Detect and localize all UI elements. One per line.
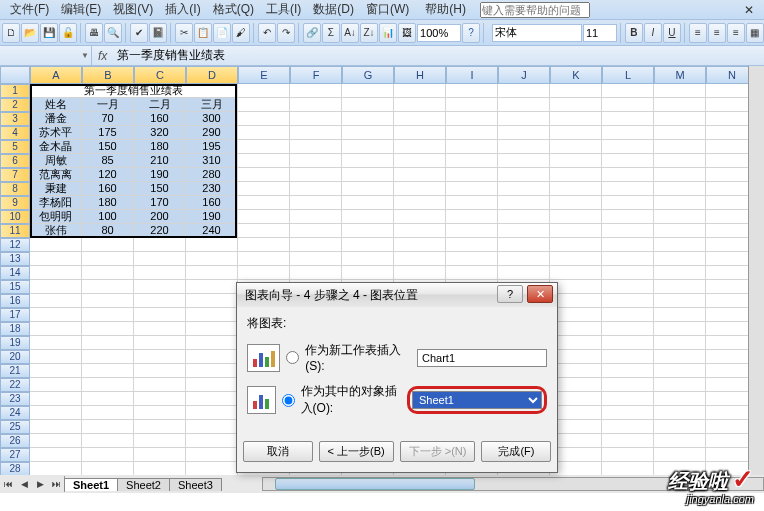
cell[interactable] <box>82 448 134 462</box>
cell[interactable] <box>550 224 602 238</box>
cell[interactable]: 150 <box>134 182 186 196</box>
input-new-sheet-name[interactable] <box>417 349 547 367</box>
cell[interactable] <box>134 364 186 378</box>
cell[interactable] <box>550 140 602 154</box>
cell[interactable] <box>602 140 654 154</box>
cell[interactable] <box>186 434 238 448</box>
row-header[interactable]: 12 <box>0 238 30 252</box>
cell[interactable] <box>602 336 654 350</box>
cell[interactable] <box>238 112 290 126</box>
copy-icon[interactable]: 📋 <box>194 23 212 43</box>
tab-next-icon[interactable]: ▶ <box>32 476 48 492</box>
cell[interactable] <box>498 98 550 112</box>
cell[interactable] <box>238 98 290 112</box>
cell[interactable] <box>342 112 394 126</box>
cell[interactable] <box>654 420 706 434</box>
bold-icon[interactable]: B <box>625 23 643 43</box>
cell[interactable] <box>498 266 550 280</box>
underline-icon[interactable]: U <box>663 23 681 43</box>
cell[interactable] <box>654 238 706 252</box>
cell[interactable] <box>186 336 238 350</box>
cell[interactable] <box>238 182 290 196</box>
spell-icon[interactable]: ✔ <box>130 23 148 43</box>
cell[interactable] <box>602 84 654 98</box>
cell[interactable] <box>290 140 342 154</box>
row-header[interactable]: 8 <box>0 182 30 196</box>
cell[interactable] <box>394 98 446 112</box>
cell[interactable] <box>30 252 82 266</box>
cell[interactable]: 190 <box>186 210 238 224</box>
cell[interactable]: 150 <box>82 140 134 154</box>
cell[interactable] <box>82 406 134 420</box>
research-icon[interactable]: 📓 <box>149 23 167 43</box>
cell[interactable]: 80 <box>82 224 134 238</box>
cell[interactable]: 310 <box>186 154 238 168</box>
row-header[interactable]: 5 <box>0 140 30 154</box>
cell[interactable] <box>186 364 238 378</box>
menu-view[interactable]: 视图(V) <box>107 0 159 20</box>
cell[interactable] <box>654 210 706 224</box>
menu-edit[interactable]: 编辑(E) <box>55 0 107 20</box>
cell[interactable] <box>238 84 290 98</box>
cell[interactable] <box>134 462 186 476</box>
cell[interactable]: 120 <box>82 168 134 182</box>
cell[interactable] <box>550 196 602 210</box>
cell[interactable]: 100 <box>82 210 134 224</box>
cell[interactable]: 160 <box>134 112 186 126</box>
sum-icon[interactable]: Σ <box>322 23 340 43</box>
cell[interactable] <box>342 168 394 182</box>
cell[interactable] <box>498 210 550 224</box>
cell[interactable]: 三月 <box>186 98 238 112</box>
radio-new-sheet[interactable] <box>286 351 299 364</box>
cell[interactable]: 280 <box>186 168 238 182</box>
cell[interactable] <box>290 266 342 280</box>
cell[interactable] <box>186 294 238 308</box>
cell[interactable]: 70 <box>82 112 134 126</box>
cell[interactable] <box>238 126 290 140</box>
cell[interactable] <box>290 84 342 98</box>
cell[interactable] <box>602 434 654 448</box>
tab-last-icon[interactable]: ⏭ <box>48 476 64 492</box>
cell[interactable] <box>602 126 654 140</box>
cell[interactable]: 180 <box>82 196 134 210</box>
print-icon[interactable]: 🖶 <box>85 23 103 43</box>
row-header[interactable]: 18 <box>0 322 30 336</box>
cell[interactable] <box>654 294 706 308</box>
cell[interactable] <box>82 462 134 476</box>
cell[interactable] <box>82 238 134 252</box>
cell[interactable] <box>446 154 498 168</box>
col-header[interactable]: E <box>238 66 290 84</box>
undo-icon[interactable]: ↶ <box>258 23 276 43</box>
cell[interactable] <box>498 154 550 168</box>
cell[interactable] <box>654 126 706 140</box>
cell[interactable] <box>498 168 550 182</box>
cell[interactable] <box>498 140 550 154</box>
cell[interactable] <box>602 406 654 420</box>
row-header[interactable]: 6 <box>0 154 30 168</box>
row-header[interactable]: 11 <box>0 224 30 238</box>
cell[interactable] <box>134 280 186 294</box>
cell[interactable] <box>602 266 654 280</box>
cell[interactable] <box>342 224 394 238</box>
cell[interactable]: 170 <box>134 196 186 210</box>
cell[interactable] <box>290 98 342 112</box>
help-search-input[interactable] <box>480 2 590 18</box>
menu-help[interactable]: 帮助(H) <box>419 0 472 20</box>
cell[interactable] <box>134 252 186 266</box>
cell[interactable] <box>550 84 602 98</box>
col-header[interactable]: L <box>602 66 654 84</box>
cell[interactable] <box>82 280 134 294</box>
format-painter-icon[interactable]: 🖌 <box>232 23 250 43</box>
cell[interactable] <box>602 392 654 406</box>
col-header[interactable]: A <box>30 66 82 84</box>
cell[interactable] <box>602 350 654 364</box>
cell[interactable]: 李杨阳 <box>30 196 82 210</box>
cell[interactable]: 一月 <box>82 98 134 112</box>
cell[interactable] <box>446 168 498 182</box>
cell[interactable] <box>290 168 342 182</box>
col-header[interactable]: J <box>498 66 550 84</box>
cell[interactable] <box>394 182 446 196</box>
col-header[interactable]: M <box>654 66 706 84</box>
select-all-cell[interactable] <box>0 66 30 84</box>
back-button[interactable]: < 上一步(B) <box>319 441 394 462</box>
